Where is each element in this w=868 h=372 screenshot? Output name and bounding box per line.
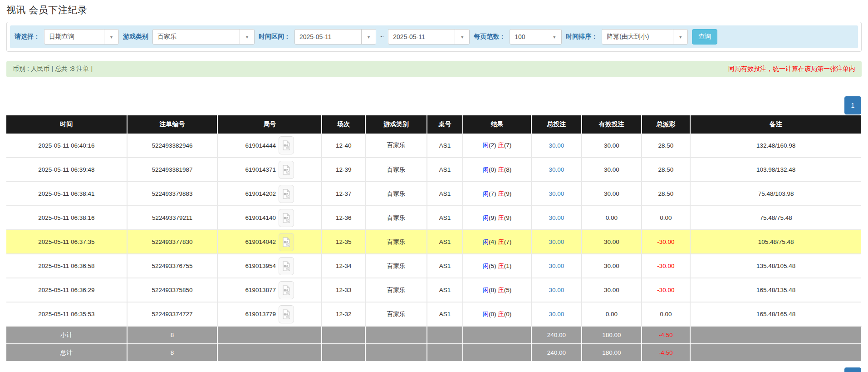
payout-cell: 28.50	[642, 182, 690, 206]
chevron-down-icon[interactable]: ▾	[673, 30, 687, 44]
chevron-down-icon[interactable]: ▾	[240, 30, 254, 44]
bet-id-cell: 522493381987	[127, 158, 218, 182]
player-result: 闲	[483, 287, 489, 293]
video-record-icon	[282, 285, 291, 295]
date-to-select[interactable]: 2025-05-11 ▾	[388, 29, 470, 45]
page-size-label: 每页笔数：	[474, 33, 505, 41]
round-id-cell: 619014140	[217, 206, 322, 230]
chevron-down-icon[interactable]: ▾	[547, 30, 561, 44]
valid-bet-cell: 30.00	[582, 278, 642, 302]
video-record-icon	[282, 261, 291, 271]
player-result: 闲	[483, 311, 489, 317]
column-header: 备注	[690, 115, 861, 134]
table-row: 2025-05-11 06:36:58522493376755619013954…	[6, 254, 861, 278]
total-bet-link[interactable]: 30.00	[549, 311, 564, 317]
table-no-cell: AS1	[427, 206, 463, 230]
total-bet-link[interactable]: 30.00	[549, 287, 564, 293]
video-record-button[interactable]	[279, 185, 294, 203]
video-record-button[interactable]	[279, 233, 294, 251]
time-cell: 2025-05-11 06:36:29	[6, 278, 127, 302]
result-cell: 闲(9) 庄(9)	[463, 206, 531, 230]
valid-bet-cell: 0.00	[582, 206, 642, 230]
total-bet-link[interactable]: 30.00	[549, 166, 564, 173]
currency-total-text: 币别 : 人民币 | 总共 :8 注单 |	[13, 65, 93, 73]
round-id: 619013779	[245, 311, 276, 317]
round-id-cell: 619014202	[217, 182, 322, 206]
round-id-cell: 619014444	[217, 134, 322, 158]
chevron-down-icon[interactable]: ▾	[104, 30, 118, 44]
column-header: 总投注	[531, 115, 582, 134]
payout-cell: -30.00	[642, 230, 690, 254]
pagination-bottom: 1	[6, 367, 862, 372]
date-from-select[interactable]: 2025-05-11 ▾	[294, 29, 376, 45]
summary-label-cell: 小计	[6, 326, 127, 344]
banker-result: 庄	[498, 311, 504, 317]
payout-cell: -30.00	[642, 254, 690, 278]
player-result: 闲	[483, 142, 489, 149]
result-cell: 闲(8) 庄(5)	[463, 278, 531, 302]
player-result: 闲	[483, 190, 489, 197]
video-record-button[interactable]	[279, 136, 294, 154]
round-id-cell: 619014042	[217, 230, 322, 254]
table-row: 2025-05-11 06:39:48522493381987619014371…	[6, 158, 861, 182]
video-record-button[interactable]	[279, 281, 294, 299]
banker-result: 庄	[498, 142, 504, 149]
query-button[interactable]: 查询	[692, 29, 717, 45]
table-row: 2025-05-11 06:38:41522493379883619014202…	[6, 182, 861, 206]
result-cell: 闲(4) 庄(7)	[463, 230, 531, 254]
total-bet-link[interactable]: 30.00	[549, 263, 564, 269]
query-type-label: 请选择：	[15, 33, 40, 41]
sort-order-select[interactable]: 降冪(由大到小) ▾	[602, 29, 688, 45]
table-no-cell: AS1	[427, 134, 463, 158]
total-bet-link[interactable]: 30.00	[549, 142, 564, 149]
table-body: 2025-05-11 06:40:16522493382946619014444…	[6, 134, 861, 362]
bet-id-cell: 522493374727	[127, 302, 218, 326]
result-cell: 闲(7) 庄(9)	[463, 182, 531, 206]
table-no-cell: AS1	[427, 302, 463, 326]
bet-id-cell: 522493377830	[127, 230, 218, 254]
session-cell: 12-33	[322, 278, 365, 302]
game-type-label: 游戏类别	[123, 33, 148, 41]
tilde-separator: ~	[380, 33, 384, 40]
video-record-button[interactable]	[279, 161, 294, 179]
video-record-button[interactable]	[279, 305, 294, 323]
time-range-label: 时间区间：	[259, 33, 290, 41]
column-header: 局号	[217, 115, 322, 134]
total-bet-link[interactable]: 30.00	[549, 238, 564, 245]
game-type-cell: 百家乐	[365, 254, 427, 278]
chevron-down-icon[interactable]: ▾	[455, 30, 469, 44]
note-cell: 135.48/105.48	[690, 254, 861, 278]
session-cell: 12-32	[322, 302, 365, 326]
total-bet-link[interactable]: 30.00	[549, 190, 564, 197]
banker-result: 庄	[498, 287, 504, 293]
game-type-cell: 百家乐	[365, 134, 427, 158]
chevron-down-icon[interactable]: ▾	[361, 30, 376, 44]
result-cell: 闲(0) 庄(8)	[463, 158, 531, 182]
video-record-button[interactable]	[279, 209, 294, 227]
summary-payout-cell: -4.50	[642, 326, 690, 344]
time-cell: 2025-05-11 06:37:35	[6, 230, 127, 254]
column-header: 结果	[463, 115, 531, 134]
table-no-cell: AS1	[427, 254, 463, 278]
time-cell: 2025-05-11 06:39:48	[6, 158, 127, 182]
valid-bet-cell: 30.00	[582, 254, 642, 278]
page-size-select[interactable]: 100 ▾	[510, 29, 562, 45]
note-cell: 105.48/75.48	[690, 230, 861, 254]
page-title: 视讯 会员下注纪录	[6, 4, 862, 16]
same-round-note: 同局有效投注，统一计算在该局第一张注单内	[728, 65, 855, 73]
round-id: 619013954	[245, 263, 276, 269]
total-bet-link[interactable]: 30.00	[549, 214, 564, 221]
session-cell: 12-35	[322, 230, 365, 254]
page-1-button[interactable]: 1	[844, 96, 861, 114]
valid-bet-cell: 30.00	[582, 158, 642, 182]
bet-id-cell: 522493375850	[127, 278, 218, 302]
video-record-button[interactable]	[279, 257, 294, 275]
date-to-value: 2025-05-11	[388, 30, 455, 44]
query-type-select[interactable]: 日期查询 ▾	[44, 29, 119, 45]
game-type-select[interactable]: 百家乐 ▾	[152, 29, 255, 45]
session-cell: 12-40	[322, 134, 365, 158]
total-bet-cell: 30.00	[531, 134, 582, 158]
filter-bar: 请选择： 日期查询 ▾ 游戏类别 百家乐 ▾ 时间区间： 2025-05-11 …	[10, 25, 858, 48]
page-1-button[interactable]: 1	[844, 367, 861, 372]
summary-count-cell: 8	[127, 326, 218, 344]
